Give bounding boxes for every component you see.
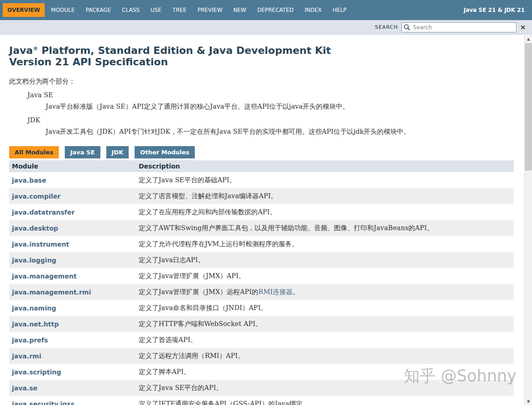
top-nav-list: OVERVIEWMODULEPACKAGECLASSUSETREEPREVIEW… [2,3,352,17]
top-navigation: OVERVIEWMODULEPACKAGECLASSUSETREEPREVIEW… [0,0,532,20]
module-link[interactable]: java.desktop [12,225,58,232]
module-link[interactable]: java.prefs [12,337,48,344]
nav-item-class[interactable]: CLASS [117,3,144,17]
page-title: Java® Platform, Standard Edition & Java … [9,45,514,68]
search-icon [403,24,411,31]
column-header-module: Module [9,160,136,172]
module-link[interactable]: java.scripting [12,368,61,376]
description-cell: 定义了允许代理程序在JVM上运行时检测程序的服务。 [136,236,514,252]
module-cell: java.se [9,380,136,396]
description-cell: 定义了Java管理扩展（JMX）API。 [136,268,514,284]
description-cell: 定义了AWT和Swing用户界面工具包，以及用于辅助功能、音频、图像、打印和Ja… [136,220,514,236]
inline-link[interactable]: RMI连接器 [258,288,292,295]
module-link[interactable]: java.rmi [12,352,41,360]
module-tabs: All ModulesJava SEJDKOther Modules [9,146,514,158]
search-bar: SEARCH ✕ [0,20,532,35]
nav-item-module[interactable]: MODULE [47,3,79,17]
nav-item-package[interactable]: PACKAGE [81,3,115,17]
table-row: java.compiler定义了语言模型、注解处理和Java编译器API。 [9,188,514,204]
intro-definition-list: Java SEJava平台标准版（Java SE）API定义了通用计算的核心Ja… [27,91,514,136]
table-row: java.se定义了Java SE平台的API。 [9,380,514,396]
module-link[interactable]: java.compiler [12,193,61,200]
module-cell: java.management.rmi [9,284,136,300]
tab-other-modules[interactable]: Other Modules [135,146,195,158]
module-cell: java.compiler [9,188,136,204]
module-cell: java.logging [9,252,136,268]
module-cell: java.net.http [9,316,136,332]
tab-all-modules[interactable]: All Modules [9,146,59,158]
page-title-line2: Version 21 API Specification [9,56,168,68]
vertical-scrollbar[interactable]: ▲ ▼ [524,35,532,405]
search-reset-icon[interactable]: ✕ [519,24,527,31]
description-cell: 定义了在应用程序之间和内部传输数据的API。 [136,204,514,220]
module-link[interactable]: java.naming [12,305,56,312]
table-row: java.naming定义了Java命名和目录接口（JNDI）API。 [9,300,514,316]
nav-item-tree[interactable]: TREE [168,3,191,17]
module-link[interactable]: java.net.http [12,321,59,328]
search-box [402,22,516,32]
description-cell: 定义了Java SE平台的基础API。 [136,172,514,188]
description-cell: 定义了脚本API。 [136,364,514,380]
modules-table: Module Description java.base定义了Java SE平台… [9,160,514,405]
module-cell: java.base [9,172,136,188]
table-row: java.logging定义了Java日志API。 [9,252,514,268]
nav-item-new[interactable]: NEW [229,3,250,17]
table-row: java.base定义了Java SE平台的基础API。 [9,172,514,188]
table-header-row: Module Description [9,160,514,172]
definition-term: JDK [27,116,514,124]
module-link[interactable]: java.datatransfer [12,209,75,216]
module-cell: java.prefs [9,332,136,348]
search-label: SEARCH [375,24,398,30]
module-cell: java.desktop [9,220,136,236]
description-cell: 定义了远程方法调用（RMI）API。 [136,348,514,364]
module-link[interactable]: java.logging [12,257,56,264]
scroll-up-icon[interactable]: ▲ [525,35,532,42]
module-link[interactable]: java.se [12,384,37,392]
release-label: Java SE 21 & JDK 21 [464,7,525,13]
module-cell: java.naming [9,300,136,316]
module-cell: java.management [9,268,136,284]
definition-description: Java开发工具包（JDK）API专门针对JDK，不一定在所有Java SE平台… [46,127,514,136]
description-cell: 定义了Java命名和目录接口（JNDI）API。 [136,300,514,316]
intro-lead: 此文档分为两个部分： [9,77,514,86]
module-cell: java.instrument [9,236,136,252]
tab-jdk[interactable]: JDK [106,146,129,158]
table-row: java.prefs定义了首选项API。 [9,332,514,348]
table-row: java.instrument定义了允许代理程序在JVM上运行时检测程序的服务。 [9,236,514,252]
description-cell: 定义了首选项API。 [136,332,514,348]
description-cell: 定义了IETF通用安全服务API（GSS-API）的Java绑定。 [136,396,514,405]
table-row: java.net.http定义了HTTP客户端和WebSocket API。 [9,316,514,332]
table-row: java.desktop定义了AWT和Swing用户界面工具包，以及用于辅助功能… [9,220,514,236]
description-cell: 定义了Java SE平台的API。 [136,380,514,396]
table-row: java.management定义了Java管理扩展（JMX）API。 [9,268,514,284]
scroll-down-icon[interactable]: ▼ [525,398,532,405]
search-input[interactable] [402,22,516,32]
description-cell: 定义了语言模型、注解处理和Java编译器API。 [136,188,514,204]
nav-item-overview[interactable]: OVERVIEW [3,3,45,17]
scrollbar-thumb[interactable] [525,43,532,170]
nav-item-preview[interactable]: PREVIEW [193,3,227,17]
definition-description: Java平台标准版（Java SE）API定义了通用计算的核心Java平台。这些… [46,102,514,111]
module-link[interactable]: java.base [12,177,46,184]
nav-item-help[interactable]: HELP [328,3,351,17]
tab-java-se[interactable]: Java SE [65,146,100,158]
description-cell: 定义了HTTP客户端和WebSocket API。 [136,316,514,332]
module-cell: java.security.jgss [9,396,136,405]
module-link[interactable]: java.management [12,273,77,280]
nav-item-use[interactable]: USE [146,3,166,17]
main-content: Java® Platform, Standard Edition & Java … [0,35,532,405]
description-cell: 定义了Java日志API。 [136,252,514,268]
description-cell: 定义了Java管理扩展（JMX）远程API的RMI连接器。 [136,284,514,300]
nav-item-index[interactable]: INDEX [300,3,327,17]
table-row: java.security.jgss定义了IETF通用安全服务API（GSS-A… [9,396,514,405]
module-cell: java.scripting [9,364,136,380]
module-link[interactable]: java.management.rmi [12,289,91,296]
column-header-description: Description [136,160,514,172]
table-row: java.scripting定义了脚本API。 [9,364,514,380]
module-cell: java.datatransfer [9,204,136,220]
table-row: java.rmi定义了远程方法调用（RMI）API。 [9,348,514,364]
table-row: java.datatransfer定义了在应用程序之间和内部传输数据的API。 [9,204,514,220]
nav-item-deprecated[interactable]: DEPRECATED [253,3,298,17]
module-link[interactable]: java.security.jgss [12,400,74,405]
module-link[interactable]: java.instrument [12,241,69,248]
